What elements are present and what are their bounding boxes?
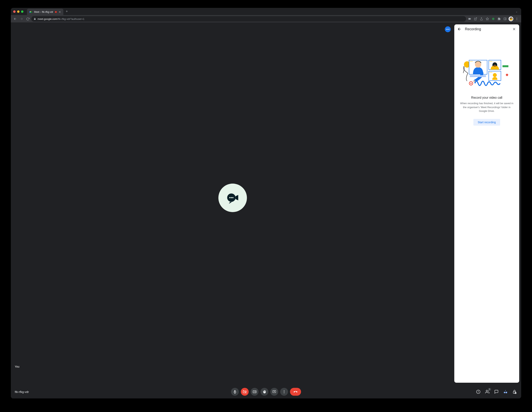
meeting-code: ftk-rfkg-vdr	[15, 390, 29, 394]
present-screen-button[interactable]	[270, 388, 278, 396]
svg-point-10	[229, 197, 230, 198]
tab-overflow-button[interactable]: ⌄	[516, 10, 518, 13]
meet-app: You Recording	[11, 22, 521, 398]
window-minimize-button[interactable]	[17, 10, 19, 13]
svg-point-3	[492, 18, 494, 20]
svg-rect-4	[504, 18, 506, 20]
panel-body: Record your video call When recording ha…	[454, 34, 519, 383]
svg-point-38	[284, 391, 284, 392]
panel-title: Recording	[465, 27, 509, 31]
tab-title: Meet – ftk-rfkg-vdr	[34, 11, 53, 13]
side-panel-icon[interactable]	[502, 16, 508, 22]
svg-rect-2	[29, 11, 30, 13]
info-controls: 1	[475, 389, 517, 394]
tab-close-button[interactable]: ✕	[59, 10, 61, 14]
svg-point-6	[517, 18, 517, 18]
meeting-details-button[interactable]	[475, 389, 481, 394]
browser-menu-button[interactable]	[514, 16, 520, 22]
svg-point-28	[491, 72, 491, 73]
svg-point-16	[471, 61, 472, 62]
meet-favicon-icon	[29, 10, 32, 14]
svg-point-22	[490, 61, 490, 62]
svg-point-27	[490, 72, 490, 73]
browser-titlebar: Meet – ftk-rfkg-vdr ✕ + ⌄	[11, 8, 521, 15]
lock-icon	[34, 18, 36, 20]
browser-tab[interactable]: Meet – ftk-rfkg-vdr ✕	[27, 9, 63, 15]
participant-avatar	[218, 183, 247, 212]
svg-point-7	[517, 19, 517, 19]
video-area: You	[11, 22, 521, 385]
profile-avatar[interactable]: 🧑	[508, 16, 514, 22]
leave-call-button[interactable]	[290, 388, 301, 396]
recording-panel: Recording	[454, 24, 519, 383]
svg-point-17	[472, 61, 473, 62]
activities-button[interactable]	[503, 389, 508, 394]
bookmark-icon[interactable]	[484, 16, 490, 22]
tile-options-button[interactable]	[445, 26, 451, 32]
toolbar-actions: 🧑	[467, 16, 520, 22]
panel-heading: Record your video call	[471, 96, 502, 100]
forward-button[interactable]	[19, 16, 24, 22]
meet-bottom-bar: ftk-rfkg-vdr	[11, 385, 521, 398]
panel-description: When recording has finished, it will be …	[458, 101, 515, 113]
share-icon[interactable]	[479, 16, 484, 22]
svg-point-39	[284, 393, 284, 393]
svg-point-29	[492, 72, 492, 73]
window-close-button[interactable]	[13, 10, 16, 13]
svg-point-12	[232, 197, 233, 198]
host-controls-button[interactable]	[512, 389, 517, 394]
participant-count-badge: 1	[488, 388, 491, 391]
raise-hand-button[interactable]	[260, 388, 268, 396]
browser-window: Meet – ftk-rfkg-vdr ✕ + ⌄ meet.google.co…	[11, 8, 521, 398]
camera-indicator-icon[interactable]	[467, 16, 472, 22]
address-bar[interactable]: meet.google.com/ftk-rfkg-vdr?authuser=1	[31, 16, 466, 22]
svg-point-37	[284, 390, 284, 391]
call-controls	[231, 388, 301, 396]
captions-button[interactable]	[251, 388, 258, 396]
microphone-button[interactable]	[231, 388, 239, 396]
participant-name-label: You	[15, 365, 19, 368]
camera-off-button[interactable]	[241, 388, 249, 396]
svg-point-8	[517, 19, 517, 20]
recording-illustration	[463, 57, 510, 89]
browser-toolbar: meet.google.com/ftk-rfkg-vdr?authuser=1 …	[11, 15, 521, 22]
svg-point-23	[491, 61, 491, 62]
svg-point-44	[504, 392, 505, 393]
open-external-icon[interactable]	[473, 16, 478, 22]
svg-point-15	[470, 61, 471, 62]
svg-rect-33	[470, 75, 486, 77]
start-recording-button[interactable]: Start recording	[473, 119, 500, 126]
extensions-icon[interactable]	[496, 16, 502, 22]
recording-indicator-icon	[55, 11, 57, 13]
back-button[interactable]	[12, 16, 18, 22]
svg-point-20	[470, 83, 472, 84]
svg-point-11	[231, 197, 232, 198]
participant-tile-self	[11, 22, 521, 385]
svg-point-30	[493, 73, 497, 77]
new-tab-button[interactable]: +	[66, 9, 68, 14]
window-maximize-button[interactable]	[21, 10, 23, 13]
chat-button[interactable]	[494, 389, 499, 394]
panel-close-button[interactable]	[512, 27, 516, 31]
svg-rect-31	[503, 65, 508, 67]
panel-header: Recording	[454, 24, 519, 34]
window-controls	[13, 10, 23, 13]
svg-point-42	[478, 391, 478, 391]
extension-1-icon[interactable]	[491, 16, 496, 22]
people-button[interactable]: 1	[484, 389, 490, 394]
svg-rect-32	[506, 73, 508, 76]
reload-button[interactable]	[25, 16, 30, 22]
url-text: meet.google.com/ftk-rfkg-vdr?authuser=1	[38, 18, 84, 20]
svg-rect-45	[506, 392, 507, 393]
panel-back-button[interactable]	[457, 27, 462, 31]
svg-point-43	[486, 390, 487, 392]
svg-point-24	[492, 61, 492, 62]
more-options-button[interactable]	[280, 388, 288, 396]
